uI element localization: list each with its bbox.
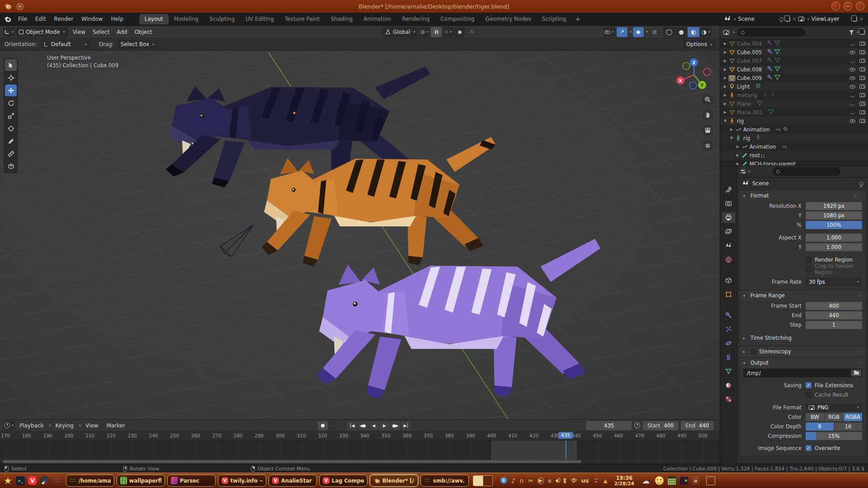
resolution-x-field[interactable]: 1920 px (806, 202, 862, 210)
timeline-scrollbar[interactable] (3, 460, 581, 463)
tab-rendering[interactable]: Rendering (396, 14, 435, 24)
scene-name[interactable]: Scene (738, 16, 777, 22)
wallet-icon[interactable] (680, 477, 688, 485)
titlebar[interactable]: Blender* [/home/amalie/Desktop/blender/t… (0, 0, 868, 13)
tab-sculpting[interactable]: Sculpting (204, 14, 240, 24)
depth-16-option[interactable]: 16 (834, 422, 862, 431)
start-button[interactable]: ★ (4, 475, 12, 486)
outliner-row-mch-torso-parent-d2[interactable]: ▶MCH-torso-parent (720, 160, 868, 166)
dictionary-icon[interactable]: a (692, 476, 699, 485)
outliner-row-cube-009[interactable]: ▶Cube.009 (720, 74, 868, 82)
render-visibility-toggle[interactable] (859, 67, 865, 71)
render-visibility-toggle[interactable] (859, 59, 865, 63)
desktop-1[interactable] (473, 476, 483, 486)
show-desktop-button[interactable] (706, 476, 715, 485)
visibility-toggle[interactable] (849, 85, 855, 89)
frame-start-field[interactable]: 400 (806, 302, 862, 310)
usb-icon[interactable] (571, 478, 577, 484)
tab-scripting[interactable]: Scripting (537, 14, 571, 24)
properties-search-input[interactable] (773, 167, 840, 176)
outliner-row-plane[interactable]: ▶Plane (720, 99, 868, 108)
use-preview-range-icon[interactable] (634, 422, 640, 428)
time-stretching-header[interactable]: ▸Time Stretching (740, 333, 866, 343)
visibility-toggle[interactable] (850, 103, 855, 106)
playhead[interactable] (566, 441, 566, 460)
task-lag-compe-[interactable]: VLag Compe... (319, 474, 368, 487)
properties-tab-physics[interactable] (722, 338, 736, 348)
grid-ortho-icon[interactable] (702, 140, 713, 151)
tab-uv-editing[interactable]: UV Editing (240, 14, 279, 24)
cabinet-icon[interactable] (52, 476, 62, 486)
xray-toggle[interactable]: ▦ (649, 27, 660, 37)
transform-tool[interactable] (5, 122, 17, 134)
task-wallpaperfl-[interactable]: wallpaperfl... (117, 474, 165, 487)
properties-tab-view-layer[interactable] (722, 226, 736, 237)
visibility-toggle[interactable] (849, 68, 855, 71)
stereoscopy-panel-header[interactable]: ▸Stereoscopy∷ (740, 347, 866, 357)
render-region-checkbox[interactable]: Render Region (806, 257, 853, 263)
output-panel-header[interactable]: ▾Output∷ (740, 358, 866, 368)
desktop-2[interactable] (483, 476, 492, 486)
tab-geometry-nodes[interactable]: Geometry Nodes (480, 14, 537, 24)
outliner-row-metarig[interactable]: ▶metarig (720, 91, 868, 99)
aspect-y-field[interactable]: 1.000 (806, 243, 862, 251)
mode-dropdown[interactable]: Object Mode ▾ (16, 27, 68, 37)
prev-keyframe-button[interactable]: ◀● (358, 421, 368, 430)
properties-tab-output[interactable] (722, 212, 736, 223)
proportional-editing-icon[interactable]: ◉ (454, 27, 465, 37)
gizmos-toggle[interactable]: ↗ (617, 27, 627, 37)
properties-tab-tool[interactable] (722, 184, 736, 195)
properties-tab-object-data[interactable] (722, 366, 736, 376)
add-workspace-button[interactable]: + (571, 14, 584, 24)
snap-target-button[interactable]: ⊹▾ (443, 27, 453, 37)
marker-menu[interactable]: Marker (103, 422, 128, 429)
frame-start-field[interactable]: Start400 (643, 421, 678, 430)
stereoscopy-checkbox[interactable] (750, 349, 756, 355)
visibility-toggle[interactable] (849, 51, 855, 54)
show-object-types-button[interactable]: ▾ (603, 27, 615, 37)
filter-dropdown[interactable]: ▾ (857, 30, 859, 34)
shading-rendered-icon[interactable]: ◑▾ (700, 27, 712, 37)
render-visibility-toggle[interactable] (859, 110, 865, 114)
shading-solid-icon[interactable]: ● (675, 27, 687, 37)
mic-icon[interactable]: ⧈ (548, 478, 552, 483)
folder-browse-icon[interactable] (851, 370, 861, 376)
outliner-row-rig[interactable]: ▼rig (720, 117, 868, 125)
headphones-icon[interactable]: ∩ (519, 478, 524, 484)
play-reverse-button[interactable]: ◀ (368, 421, 378, 430)
annotate-tool[interactable] (5, 135, 17, 147)
current-frame-badge[interactable]: 435 (558, 432, 573, 439)
frame-step-field[interactable]: 1 (806, 321, 862, 329)
properties-tab-world[interactable] (722, 254, 736, 265)
aspect-x-field[interactable]: 1.000 (806, 234, 862, 242)
color-bw-option[interactable]: BW (806, 413, 824, 421)
outliner-row-light[interactable]: ▶Light (720, 82, 868, 91)
compression-slider[interactable]: 15% (806, 432, 862, 440)
menu-render[interactable]: Render (50, 14, 77, 24)
keying-menu[interactable]: Keying (52, 422, 77, 429)
vivaldi-icon[interactable]: V (28, 476, 38, 486)
shading-material-icon[interactable]: ◐ (688, 27, 699, 37)
play-icon[interactable]: ▶ (538, 478, 544, 484)
options-dropdown[interactable]: Options ▾ (683, 40, 715, 49)
task-twily-info-[interactable]: Vtwily.info ~... (218, 474, 266, 487)
outliner-row-cube-005[interactable]: ▶Cube.005 (720, 48, 868, 56)
new-collection-icon[interactable] (860, 30, 865, 35)
pin-icon[interactable] (779, 17, 783, 21)
tab-texture-paint[interactable]: Texture Paint (279, 14, 325, 24)
music-icon[interactable]: ♪ (511, 478, 515, 484)
zoom-icon[interactable] (702, 94, 713, 105)
format-panel-header[interactable]: ▾Format☰ ∷ (740, 191, 866, 201)
scissors-icon[interactable]: ✂ (528, 478, 533, 484)
camera-view-icon[interactable] (702, 125, 713, 136)
color-rgb-option[interactable]: RGB (825, 413, 843, 421)
tab-shading[interactable]: Shading (325, 14, 358, 24)
outliner-row-plane-001[interactable]: ▶Plane.001 (720, 108, 868, 117)
visibility-toggle[interactable] (850, 94, 855, 97)
navigation-gizmo[interactable]: Z X Y (676, 54, 714, 92)
render-visibility-toggle[interactable] (859, 102, 865, 106)
overlays-toggle[interactable]: ◉ (633, 27, 644, 37)
keying-set-button[interactable]: · (329, 421, 339, 430)
outliner-row-cube-008[interactable]: ▶Cube.008 (720, 65, 868, 74)
tab-compositing[interactable]: Compositing (435, 14, 480, 24)
